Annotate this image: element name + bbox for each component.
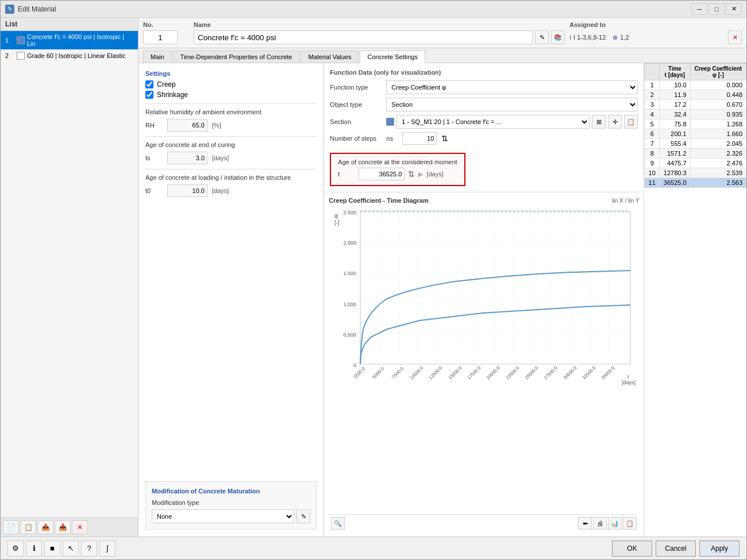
name-label: Name: [194, 21, 565, 28]
svg-text:0: 0: [353, 362, 356, 368]
no-input[interactable]: [143, 30, 178, 44]
divider-3: [145, 169, 317, 169]
ok-button[interactable]: OK: [612, 540, 652, 557]
table-row: 1 10.0 0.000: [645, 80, 746, 90]
list-toolbar: 📄 📋 📤 📥 ✕: [1, 517, 138, 536]
import-button[interactable]: 📥: [55, 520, 71, 534]
title-bar: ✎ Edit Material ─ □ ✕: [1, 1, 746, 18]
name-section: Name ✎ 📚: [194, 21, 565, 44]
browse-button[interactable]: 📚: [551, 30, 565, 44]
section-label: Section: [330, 118, 382, 125]
cell-coeff: 0.448: [690, 90, 746, 100]
section-pick-button[interactable]: ✛: [608, 115, 622, 129]
edit-name-button[interactable]: ✎: [535, 30, 549, 44]
function-type-row: Function type Creep Coefficient φ: [330, 80, 638, 94]
minimize-button[interactable]: ─: [691, 3, 707, 15]
t0-subtitle: Age of concrete at loading / initiation …: [145, 174, 317, 181]
maximize-button[interactable]: □: [709, 3, 725, 15]
function-type-select[interactable]: Creep Coefficient φ: [386, 80, 638, 94]
age-box: Age of concrete at the considered moment…: [330, 153, 465, 186]
rh-subtitle: Relative humidity of ambient environment: [145, 109, 317, 115]
section-color-indicator: [386, 118, 394, 126]
delete-material-button[interactable]: ✕: [72, 520, 88, 534]
assigned-members: I 1-3,6,9-12: [573, 34, 606, 41]
help-icon-button[interactable]: ?: [81, 540, 97, 557]
add-material-button[interactable]: 📄: [3, 520, 19, 534]
shrinkage-checkbox[interactable]: [145, 91, 153, 99]
t0-field-label: t0: [145, 187, 163, 194]
cell-time: 4475.7: [660, 159, 691, 168]
col-header-coeff: Creep Coefficientφ [-]: [690, 64, 746, 80]
tab-concrete-settings[interactable]: Concrete Settings: [360, 51, 425, 63]
item-number-2: 2: [5, 52, 14, 59]
chart-zoom-button[interactable]: 🔍: [331, 517, 345, 530]
tab-time-dependent[interactable]: Time-Dependent Properties of Concrete: [173, 51, 300, 63]
section-copy-button[interactable]: 📋: [624, 115, 638, 129]
close-button[interactable]: ✕: [726, 3, 742, 15]
svg-text:[-]: [-]: [334, 219, 340, 226]
chart-print-button[interactable]: 🖨: [593, 517, 607, 530]
list-header: List: [1, 18, 138, 31]
t0-input[interactable]: [167, 184, 207, 197]
modification-type-label: Modification type: [152, 499, 310, 506]
highlight-icon-button[interactable]: ■: [44, 540, 60, 557]
formula-icon-button[interactable]: ∫: [99, 540, 115, 557]
tab-main[interactable]: Main: [143, 51, 172, 63]
age-input[interactable]: [359, 168, 405, 180]
chart-copy-button[interactable]: 📋: [623, 517, 637, 530]
section-table-button[interactable]: ⊞: [592, 115, 606, 129]
item-label-2: Grade 60 | Isotropic | Linear Elastic: [27, 52, 125, 59]
svg-text:25000.0: 25000.0: [524, 365, 540, 380]
svg-rect-2: [360, 212, 630, 364]
chart-scale: lin X / lin Y: [612, 198, 639, 204]
name-row: ✎ 📚: [194, 30, 565, 44]
settings-icon-button[interactable]: ⚙: [7, 540, 24, 557]
table-row: 9 4475.7 2.476: [645, 159, 746, 168]
object-type-select[interactable]: Section: [386, 98, 638, 111]
ts-input[interactable]: [167, 152, 207, 164]
apply-button[interactable]: Apply: [699, 540, 740, 557]
t0-unit: [days]: [212, 187, 229, 194]
cancel-button[interactable]: Cancel: [656, 540, 696, 557]
modification-edit-button[interactable]: ✎: [297, 509, 310, 523]
clear-assigned-button[interactable]: ✕: [728, 30, 742, 44]
age-spinner[interactable]: ⇅: [408, 169, 415, 179]
function-panel: Function Data (only for visualization) F…: [324, 63, 644, 536]
settings-panel: Settings Creep Shrinkage Relative humidi…: [138, 63, 324, 536]
list-item-1[interactable]: 1 Concrete f'c = 4000 psi | Isotropic | …: [1, 31, 138, 49]
section-select[interactable]: 1 - SQ_M1 20 | 1 - Concrete f'c = ...: [396, 115, 590, 129]
cursor-icon-button[interactable]: ↖: [63, 540, 79, 557]
info-icon-button[interactable]: ℹ: [26, 540, 42, 557]
cell-index: 2: [645, 90, 660, 100]
ts-unit: [days]: [212, 155, 229, 161]
list-item-2[interactable]: 2 Grade 60 | Isotropic | Linear Elastic: [1, 49, 138, 62]
item-color-2: [17, 52, 25, 60]
export-button[interactable]: 📤: [37, 520, 53, 534]
cell-index: 8: [645, 149, 660, 159]
name-input[interactable]: [194, 30, 533, 44]
table-row: 10 12780.3 2.539: [645, 168, 746, 178]
function-data-section: Function Data (only for visualization) F…: [324, 63, 644, 192]
modification-type-select[interactable]: None: [152, 509, 294, 523]
cell-time: 75.8: [660, 119, 691, 129]
rh-input[interactable]: [167, 119, 207, 132]
creep-checkbox[interactable]: [145, 80, 153, 88]
creep-checkbox-row: Creep: [145, 80, 317, 88]
edit-material-window: ✎ Edit Material ─ □ ✕ List 1 Concrete f'…: [0, 0, 747, 560]
tab-material-values[interactable]: Material Values: [301, 51, 359, 63]
cell-coeff: 2.476: [690, 159, 746, 168]
cell-index: 10: [645, 168, 660, 178]
cell-index: 3: [645, 100, 660, 110]
main-content: Settings Creep Shrinkage Relative humidi…: [138, 63, 746, 536]
svg-text:2.500: 2.500: [344, 210, 357, 215]
chart-back-button[interactable]: ⬅: [578, 517, 592, 530]
chart-export-button[interactable]: 📊: [608, 517, 622, 530]
svg-text:10000.0: 10000.0: [409, 365, 425, 380]
rh-field-label: RH: [145, 122, 163, 129]
cell-time: 555.4: [660, 139, 691, 149]
table-row: 6 200.1 1.660: [645, 129, 746, 139]
steps-input[interactable]: [402, 132, 437, 145]
assigned-row: I I 1-3,6,9-12 ⊕ 1,2 ✕: [569, 30, 742, 44]
copy-material-button[interactable]: 📋: [20, 520, 36, 534]
steps-spinner[interactable]: ⇅: [441, 134, 448, 143]
